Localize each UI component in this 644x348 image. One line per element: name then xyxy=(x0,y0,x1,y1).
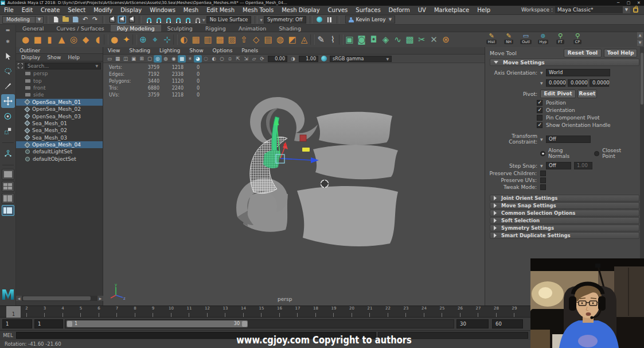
checkbox-icon[interactable] xyxy=(540,171,546,176)
open-scene-button[interactable] xyxy=(61,16,70,24)
select-tool[interactable] xyxy=(1,49,15,63)
minimize-button[interactable]: ─ xyxy=(613,1,623,5)
make-live-icon[interactable]: ◈ xyxy=(380,33,392,46)
viewport-menu-item[interactable]: Panels xyxy=(237,47,263,54)
popup-arrow-icon[interactable]: ▼ xyxy=(540,137,546,141)
symmetry-field[interactable]: Symmetry: Off xyxy=(264,16,306,24)
outliner-item[interactable]: Sea_Mesh_01 xyxy=(16,120,103,127)
collapsed-section-header[interactable]: Symmetry Settings xyxy=(490,225,639,231)
snap-curve-button[interactable] xyxy=(154,16,163,24)
poly-cube-icon[interactable]: ■ xyxy=(32,33,44,46)
freeze-transform-shelf-button[interactable]: ⚲ FT xyxy=(553,32,567,44)
perspective-viewport[interactable]: ViewShadingLightingShowOptionsPanels ▭▦◫… xyxy=(103,47,485,306)
chevron-down-icon[interactable]: ▼ xyxy=(202,18,205,22)
signed-in-user[interactable]: Kevin Leroy ▼ xyxy=(345,16,396,24)
menu-item[interactable]: Edit Mesh xyxy=(202,6,239,14)
menu-item[interactable]: Mesh xyxy=(179,6,202,14)
combine-icon[interactable]: ▦ xyxy=(190,33,202,46)
scroll-right-icon[interactable]: ▶ xyxy=(97,296,103,301)
shelf-tool-icon[interactable] xyxy=(132,34,137,45)
last-tool-used[interactable] xyxy=(1,146,15,160)
axis-orientation-dropdown[interactable]: World xyxy=(546,69,610,76)
lock-icon[interactable] xyxy=(633,7,638,13)
transform-constraint-dropdown[interactable]: Off xyxy=(546,136,591,143)
shelf-tab[interactable]: Shading xyxy=(272,25,307,32)
move-settings-section-header[interactable]: Move Settings xyxy=(490,59,639,66)
paint-transfer-icon[interactable]: ▩ xyxy=(404,33,416,46)
outliner-persp-layout-button[interactable] xyxy=(2,205,14,216)
maximize-button[interactable]: ▢ xyxy=(623,1,634,5)
snap-grid-button[interactable] xyxy=(145,16,153,24)
four-pane-layout-button[interactable] xyxy=(2,181,14,192)
collapsed-section-header[interactable]: Joint Orient Settings xyxy=(490,195,639,202)
frame-tick[interactable]: 24 xyxy=(417,306,431,311)
frame-tick[interactable]: 4 xyxy=(56,306,70,311)
viewport-toolbar-icon[interactable]: ✳ xyxy=(186,55,194,63)
snap-align-icon[interactable]: ⌖ xyxy=(149,33,161,46)
current-frame-indicator[interactable]: 1 xyxy=(6,306,21,318)
triangulate-icon[interactable]: ◬ xyxy=(298,33,310,46)
frame-tick[interactable]: 3 xyxy=(38,306,52,311)
menu-item[interactable]: Create xyxy=(37,6,64,14)
collapsed-section-header[interactable]: Move Snap Settings xyxy=(490,202,639,209)
viewport-toolbar-icon[interactable]: ◎ xyxy=(154,55,162,63)
outliner-item[interactable]: Sea_Mesh_02 xyxy=(16,127,103,134)
animation-end-field[interactable]: 60 xyxy=(492,319,523,328)
frame-tick[interactable]: 28 xyxy=(490,306,504,311)
search-input[interactable]: Search... ▼ xyxy=(25,63,101,69)
scale-tool[interactable] xyxy=(1,124,15,138)
extrude-icon[interactable]: ⇧ xyxy=(238,33,250,46)
workspace-dropdown-arrow[interactable]: ▼ xyxy=(623,6,630,13)
menu-item[interactable]: Edit xyxy=(18,6,37,14)
popup-arrow-icon[interactable]: ▼ xyxy=(540,164,546,168)
checkbox-icon[interactable] xyxy=(537,100,542,106)
poly-sphere-icon[interactable]: ● xyxy=(19,33,32,46)
yellow-marker[interactable] xyxy=(302,148,310,152)
shelf-tool-icon[interactable] xyxy=(310,34,315,45)
viewport-toolbar-icon[interactable]: ▣ xyxy=(130,55,138,63)
outliner-item[interactable]: OpenSea_Mesh_01 xyxy=(16,99,103,106)
shelf-tab[interactable]: Rigging xyxy=(199,25,232,32)
range-track[interactable]: 1 30 xyxy=(65,319,454,328)
menu-item[interactable]: Display xyxy=(116,6,146,14)
playback-range-bar[interactable]: 1 30 xyxy=(67,320,248,327)
toggle-row[interactable]: Preserve Children: xyxy=(485,171,546,176)
poly-disc-icon[interactable]: ◖ xyxy=(92,33,104,46)
gamma-field[interactable]: 1.00 xyxy=(299,56,318,62)
scrollbar-thumb[interactable] xyxy=(23,296,91,300)
menu-item[interactable]: Marketplace xyxy=(430,6,473,14)
frame-tick[interactable]: 9 xyxy=(146,306,160,311)
scroll-up-icon[interactable]: ▲ xyxy=(637,32,643,38)
color-management-icon[interactable] xyxy=(321,56,327,61)
edit-curve-icon[interactable]: ⌇ xyxy=(327,33,339,46)
translate-x-field[interactable]: 0.0000 xyxy=(546,79,565,87)
checkbox-icon[interactable] xyxy=(537,115,542,121)
menu-item[interactable]: Curves xyxy=(324,6,352,14)
separate-icon[interactable]: ▥ xyxy=(202,33,214,46)
frame-tick[interactable]: 22 xyxy=(381,306,395,311)
viewport-toolbar-icon[interactable]: ◉ xyxy=(170,55,178,63)
viewport-toolbar-icon[interactable]: ▩ xyxy=(178,55,186,63)
shelf-tab[interactable]: Sculpting xyxy=(161,25,199,32)
viewport-toolbar-icon[interactable]: ○ xyxy=(218,55,226,63)
select-component-button[interactable] xyxy=(127,16,136,24)
poly-plane-icon[interactable]: ◆ xyxy=(80,33,92,46)
redo-button[interactable]: ↷ xyxy=(91,16,99,24)
outliner-menu-item[interactable]: Show xyxy=(44,54,64,61)
frame-tick[interactable]: 26 xyxy=(454,306,467,311)
paint-select-tool[interactable] xyxy=(1,79,15,93)
poly-torus-icon[interactable]: ◎ xyxy=(68,33,80,46)
toggle-row[interactable]: Tweak Mode: xyxy=(485,184,546,190)
viewport-toolbar-icon[interactable]: ◫ xyxy=(122,55,130,63)
shelf-tab[interactable]: Animation xyxy=(232,25,272,32)
outliner-item[interactable]: persp xyxy=(16,70,103,77)
outliner-item[interactable]: side xyxy=(16,91,103,98)
menu-item[interactable]: Modify xyxy=(89,6,116,14)
playback-start-field[interactable]: 1 xyxy=(34,319,63,328)
make-live-button[interactable] xyxy=(193,16,202,24)
shelf-gear-icon[interactable]: ✱ xyxy=(6,39,10,44)
viewport-menu-item[interactable]: Lighting xyxy=(155,47,185,54)
outliner-shelf-button[interactable]: ▭ Outl xyxy=(519,32,533,44)
frame-tick[interactable]: 25 xyxy=(435,306,449,311)
edit-pivot-button[interactable]: Edit Pivot xyxy=(540,90,576,98)
